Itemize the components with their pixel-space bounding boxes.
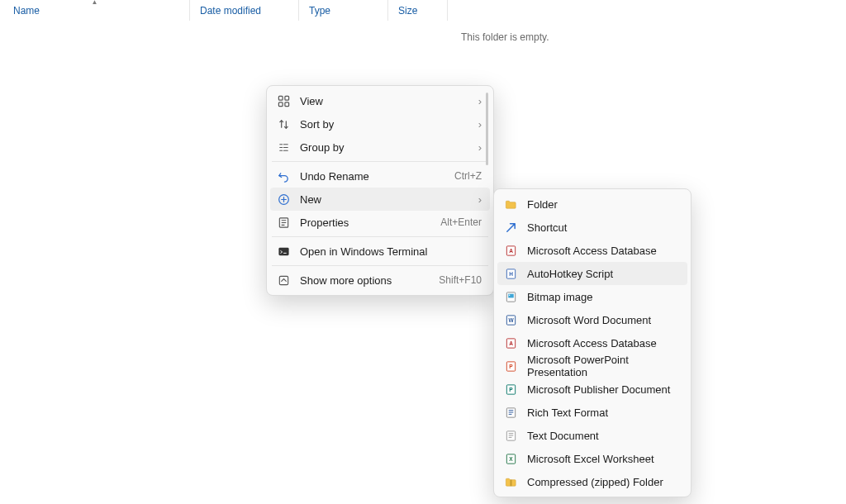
svg-rect-3 [284, 102, 288, 106]
submenu-item-folder[interactable]: Folder [497, 193, 687, 216]
submenu-rtf-label: Rich Text Format [527, 407, 679, 419]
sort-indicator-up-icon: ▲ [92, 0, 98, 6]
view-icon [277, 94, 290, 107]
rtf-icon [504, 406, 517, 419]
new-submenu: Folder Shortcut A Microsoft Access Datab… [493, 188, 692, 497]
submenu-item-access-database-2[interactable]: A Microsoft Access Database [497, 331, 687, 354]
sort-icon [277, 117, 290, 131]
column-header-size[interactable]: Size [388, 0, 448, 21]
column-header-name-label: Name [13, 5, 40, 17]
column-header-type[interactable]: Type [299, 0, 388, 21]
menu-item-undo-rename[interactable]: Undo Rename Ctrl+Z [270, 164, 490, 188]
empty-folder-message: This folder is empty. [461, 31, 549, 43]
submenu-shortcut-label: Shortcut [527, 221, 679, 234]
menu-item-new-label: New [300, 193, 472, 206]
show-more-icon [277, 273, 290, 287]
submenu-access-label: Microsoft Access Database [527, 245, 679, 257]
menu-item-view-label: View [300, 95, 472, 107]
column-header-date-modified[interactable]: Date modified [190, 0, 299, 21]
menu-item-properties-label: Properties [300, 216, 434, 229]
svg-rect-2 [278, 102, 283, 106]
submenu-item-access-database[interactable]: A Microsoft Access Database [497, 239, 687, 262]
submenu-item-rtf[interactable]: Rich Text Format [497, 401, 687, 424]
submenu-item-word-document[interactable]: W Microsoft Word Document [497, 308, 687, 331]
menu-item-sort-by[interactable]: Sort by › [270, 112, 490, 136]
submenu-excel-label: Microsoft Excel Worksheet [527, 453, 679, 465]
submenu-publisher-label: Microsoft Publisher Document [527, 383, 679, 396]
chevron-right-icon: › [478, 141, 482, 154]
menu-item-undo-label: Undo Rename [300, 170, 448, 183]
publisher-icon: P [504, 383, 517, 396]
bitmap-icon [504, 290, 517, 303]
submenu-item-shortcut[interactable]: Shortcut [497, 216, 687, 239]
menu-item-terminal-label: Open in Windows Terminal [300, 245, 482, 258]
menu-item-open-terminal[interactable]: Open in Windows Terminal [270, 240, 490, 263]
submenu-item-bitmap-image[interactable]: Bitmap image [497, 285, 687, 308]
svg-text:P: P [509, 387, 513, 392]
menu-item-new[interactable]: New › [270, 188, 490, 211]
context-menu: View › Sort by › Group by › Undo Rename … [266, 85, 494, 296]
submenu-item-autohotkey-script[interactable]: H AutoHotkey Script [497, 262, 687, 285]
column-header-size-label: Size [398, 5, 417, 17]
menu-item-show-more-options[interactable]: Show more options Shift+F10 [270, 269, 490, 292]
submenu-zip-label: Compressed (zipped) Folder [527, 476, 679, 488]
new-icon [277, 193, 290, 206]
menu-item-properties-shortcut: Alt+Enter [440, 216, 482, 228]
svg-text:W: W [508, 317, 514, 323]
submenu-item-powerpoint[interactable]: P Microsoft PowerPoint Presentation [497, 354, 687, 378]
svg-rect-6 [278, 247, 288, 254]
folder-icon [504, 197, 517, 211]
group-icon [277, 140, 290, 154]
chevron-right-icon: › [478, 118, 482, 131]
chevron-right-icon: › [478, 95, 482, 107]
word-icon: W [504, 313, 517, 326]
menu-item-group-by-label: Group by [300, 141, 472, 154]
text-icon [504, 429, 517, 442]
submenu-item-text-document[interactable]: Text Document [497, 424, 687, 447]
menu-item-group-by[interactable]: Group by › [270, 136, 490, 159]
submenu-word-label: Microsoft Word Document [527, 314, 679, 326]
svg-rect-27 [510, 479, 511, 486]
svg-text:H: H [509, 271, 513, 277]
svg-rect-0 [278, 96, 283, 100]
zip-folder-icon [504, 475, 517, 488]
terminal-icon [277, 245, 290, 258]
submenu-ppt-label: Microsoft PowerPoint Presentation [527, 354, 679, 378]
undo-icon [277, 169, 290, 183]
chevron-right-icon: › [478, 193, 482, 206]
svg-rect-1 [284, 96, 288, 100]
excel-icon: X [504, 452, 517, 465]
svg-point-14 [508, 294, 510, 296]
submenu-text-label: Text Document [527, 430, 679, 442]
menu-item-sort-by-label: Sort by [300, 118, 472, 131]
submenu-access2-label: Microsoft Access Database [527, 337, 679, 349]
menu-separator [272, 236, 488, 237]
access-icon: A [504, 244, 517, 257]
menu-separator [272, 265, 488, 266]
submenu-bitmap-label: Bitmap image [527, 291, 679, 303]
powerpoint-icon: P [504, 359, 517, 373]
svg-text:P: P [509, 364, 513, 369]
access-icon: A [504, 336, 517, 349]
submenu-item-publisher[interactable]: P Microsoft Publisher Document [497, 378, 687, 401]
properties-icon [277, 216, 290, 229]
svg-rect-13 [508, 293, 514, 297]
svg-rect-7 [279, 276, 288, 284]
menu-item-show-more-label: Show more options [300, 274, 432, 287]
submenu-folder-label: Folder [527, 198, 679, 211]
menu-item-properties[interactable]: Properties Alt+Enter [270, 211, 490, 234]
shortcut-icon [504, 221, 517, 234]
svg-text:A: A [509, 248, 513, 254]
column-header-name[interactable]: ▲ Name [0, 0, 190, 21]
menu-item-view[interactable]: View › [270, 89, 490, 112]
ahk-icon: H [504, 267, 517, 280]
menu-separator [272, 161, 488, 162]
submenu-item-compressed-folder[interactable]: Compressed (zipped) Folder [497, 470, 687, 493]
column-header-row: ▲ Name Date modified Type Size [0, 0, 846, 21]
svg-text:X: X [509, 456, 513, 462]
svg-text:A: A [509, 340, 513, 346]
column-header-type-label: Type [309, 5, 330, 17]
submenu-ahk-label: AutoHotkey Script [527, 268, 679, 280]
submenu-item-excel-worksheet[interactable]: X Microsoft Excel Worksheet [497, 447, 687, 470]
column-header-date-label: Date modified [200, 5, 261, 17]
